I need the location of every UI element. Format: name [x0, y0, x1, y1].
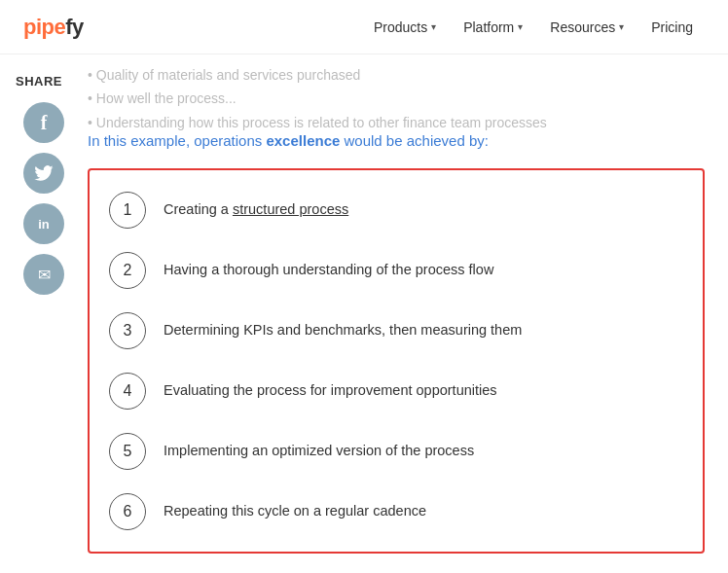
- chevron-down-icon: ▾: [431, 21, 436, 32]
- item-number-5: 5: [109, 433, 146, 470]
- nav-resources[interactable]: Resources ▾: [538, 14, 636, 41]
- faded-bullet-3: • Understanding how this process is rela…: [88, 112, 705, 133]
- item-number-4: 4: [109, 373, 146, 410]
- item-text-2: Having a thorough understanding of the p…: [164, 260, 493, 281]
- nav-links: Products ▾ Platform ▾ Resources ▾ Pricin…: [362, 14, 705, 41]
- list-item: 1 Creating a structured process: [109, 180, 683, 240]
- content-area: • Quality of materials and services purc…: [0, 54, 728, 573]
- logo[interactable]: pipefy: [23, 15, 84, 40]
- chevron-down-icon: ▾: [619, 21, 624, 32]
- nav-pricing[interactable]: Pricing: [639, 14, 705, 41]
- item-text-4: Evaluating the process for improvement o…: [164, 380, 497, 402]
- main-nav: pipefy Products ▾ Platform ▾ Resources ▾…: [0, 0, 728, 54]
- faded-bullet-1: • Quality of materials and services purc…: [88, 64, 705, 86]
- list-item: 6 Repeating this cycle on a regular cade…: [109, 482, 683, 542]
- email-share-button[interactable]: ✉: [23, 254, 64, 295]
- structured-process-link[interactable]: structured process: [233, 201, 348, 217]
- item-text-5: Implementing an optimized version of the…: [164, 441, 474, 462]
- share-label: SHARE: [16, 74, 62, 89]
- item-number-2: 2: [109, 252, 146, 289]
- list-item: 3 Determining KPIs and benchmarks, then …: [109, 301, 683, 361]
- facebook-share-button[interactable]: f: [23, 102, 64, 143]
- item-text-1: Creating a structured process: [164, 199, 348, 221]
- nav-resources-label: Resources: [550, 19, 615, 35]
- list-item: 4 Evaluating the process for improvement…: [109, 361, 683, 421]
- share-sidebar: SHARE f in ✉: [0, 54, 88, 573]
- item-text-3: Determining KPIs and benchmarks, then me…: [164, 320, 522, 341]
- twitter-share-button[interactable]: [23, 153, 64, 194]
- numbered-list-box: 1 Creating a structured process 2 Having…: [88, 168, 705, 554]
- faded-bullets: • Quality of materials and services purc…: [88, 54, 728, 141]
- list-item: 2 Having a thorough understanding of the…: [109, 240, 683, 301]
- nav-products[interactable]: Products ▾: [362, 14, 448, 41]
- faded-bullet-2: • How well the process...: [88, 88, 705, 109]
- nav-products-label: Products: [374, 19, 427, 35]
- item-text-6: Repeating this cycle on a regular cadenc…: [164, 501, 426, 522]
- item-number-6: 6: [109, 493, 146, 530]
- item-number-3: 3: [109, 312, 146, 349]
- list-item: 5 Implementing an optimized version of t…: [109, 421, 683, 482]
- nav-platform-label: Platform: [463, 19, 514, 35]
- linkedin-share-button[interactable]: in: [23, 203, 64, 244]
- chevron-down-icon: ▾: [518, 21, 523, 32]
- item-number-1: 1: [109, 192, 146, 229]
- nav-platform[interactable]: Platform ▾: [452, 14, 534, 41]
